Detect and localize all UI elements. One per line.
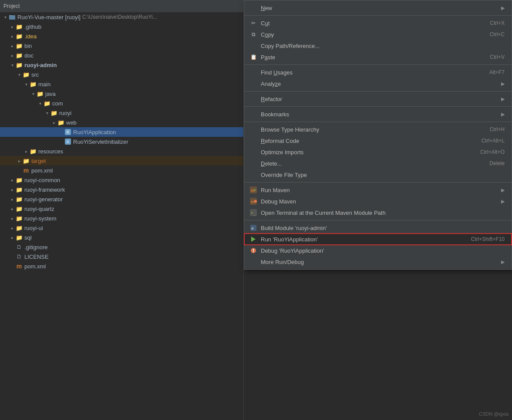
label-gitignore: .gitignore: [24, 244, 47, 251]
tree-item-ruoyi[interactable]: 📁 ruoyi: [0, 108, 243, 118]
tree-item-pom-admin[interactable]: m pom.xml: [0, 166, 243, 175]
menu-label-more-run-debug: More Run/Debug: [261, 259, 498, 265]
menu-label-debug-maven: Debug Maven: [261, 198, 498, 205]
pom-icon-admin: m: [23, 167, 30, 174]
label-license: LICENSE: [24, 254, 49, 260]
menu-item-bookmarks[interactable]: Bookmarks ▶: [244, 108, 512, 120]
menu-item-optimize-imports[interactable]: Optimize Imports Ctrl+Alt+O: [244, 146, 512, 158]
menu-label-find-usages: Find Usages: [261, 69, 481, 76]
chevron-web: [51, 119, 57, 126]
svg-text:m: m: [251, 187, 255, 193]
svg-point-7: [254, 200, 257, 203]
menu-label-run-application: Run 'RuoYiApplication': [261, 236, 462, 243]
tree-item-target[interactable]: 📁 target: [0, 156, 243, 166]
root-path: C:\Users\naive\Desktop\RuoYi...: [82, 14, 157, 20]
menu-label-optimize-imports: Optimize Imports: [261, 149, 472, 156]
svg-text:>_: >_: [251, 210, 256, 216]
tree-item-java[interactable]: 📁 java: [0, 89, 243, 98]
menu-item-reformat[interactable]: Reformat Code Ctrl+Alt+L: [244, 135, 512, 146]
tree-item-bin[interactable]: 📁 bin: [0, 41, 243, 51]
chevron-sql: [9, 234, 16, 241]
menu-item-build-module[interactable]: ⚒ Build Module 'ruoyi-admin': [244, 222, 512, 234]
root-label: RuoYi-Vue-master [ruoyi]: [17, 14, 81, 20]
menu-item-override-type[interactable]: Override File Type: [244, 169, 512, 180]
chevron-main: [23, 81, 30, 88]
tree-item-ruoyi-ui[interactable]: 📁 ruoyi-ui: [0, 223, 243, 233]
chevron-ruoyi-common: [9, 176, 16, 183]
tree-item-web[interactable]: 📁 web: [0, 118, 243, 127]
tree-item-src[interactable]: 📁 src: [0, 70, 243, 79]
chevron-ruoyi-system: [9, 215, 16, 222]
menu-item-find-usages[interactable]: Find Usages Alt+F7: [244, 67, 512, 78]
menu-item-copy[interactable]: ⧉ Copy Ctrl+C: [244, 29, 512, 40]
menu-item-more-run-debug[interactable]: More Run/Debug ▶: [244, 256, 512, 268]
label-ruoyi-servlet: RuoYiServletInitializer: [73, 139, 128, 145]
class-icon-ruoyi-app: C: [64, 129, 71, 135]
tree-item-gitignore[interactable]: 🗋 .gitignore: [0, 242, 243, 252]
tree-item-pom-root[interactable]: m pom.xml: [0, 261, 243, 271]
reformat-icon: [249, 137, 257, 145]
tree-item-ruoyi-generator[interactable]: 📁 ruoyi-generator: [0, 194, 243, 204]
new-icon: [249, 4, 257, 12]
tree-item-idea[interactable]: 📁 .idea: [0, 31, 243, 41]
find-usages-icon: [249, 68, 257, 76]
menu-label-open-terminal: Open Terminal at the Current Maven Modul…: [261, 210, 505, 216]
tree-item-ruoyi-servlet[interactable]: C RuoYiServletInitializer: [0, 137, 243, 146]
separator-2: [244, 64, 512, 65]
menu-item-browse-type[interactable]: Browse Type Hierarchy Ctrl+H: [244, 124, 512, 135]
folder-icon-main: 📁: [30, 81, 37, 88]
chevron-doc: [9, 52, 16, 59]
menu-item-refactor[interactable]: Refactor ▶: [244, 93, 512, 105]
menu-item-copy-path[interactable]: Copy Path/Reference...: [244, 40, 512, 51]
menu-label-browse-type: Browse Type Hierarchy: [261, 126, 481, 133]
menu-item-new[interactable]: New ▶: [244, 2, 512, 14]
chevron-com: [37, 100, 44, 107]
scissors-icon: ✂: [249, 19, 257, 27]
menu-label-cut: Cut: [261, 20, 481, 27]
sidebar-header: Project: [0, 0, 243, 12]
folder-icon-com: 📁: [44, 100, 51, 107]
tree-item-ruoyi-framework[interactable]: 📁 ruoyi-framework: [0, 185, 243, 194]
tree-item-doc[interactable]: 📁 doc: [0, 51, 243, 60]
delete-icon: [249, 159, 257, 167]
tree-item-ruoyi-common[interactable]: 📁 ruoyi-common: [0, 175, 243, 185]
folder-icon-ruoyi-admin: 📁: [16, 61, 23, 68]
debug-maven-icon: m: [249, 197, 257, 205]
menu-item-cut[interactable]: ✂ Cut Ctrl+X: [244, 17, 512, 29]
shortcut-delete: Delete: [489, 160, 505, 166]
separator-1: [244, 15, 512, 16]
menu-item-delete[interactable]: Delete... Delete: [244, 158, 512, 169]
label-idea: .idea: [24, 33, 37, 40]
tree-item-root[interactable]: RuoYi-Vue-master [ruoyi] C:\Users\naive\…: [0, 12, 243, 22]
tree-item-resources[interactable]: 📁 resources: [0, 146, 243, 156]
menu-item-open-terminal[interactable]: >_ Open Terminal at the Current Maven Mo…: [244, 207, 512, 218]
menu-item-debug-application[interactable]: Debug 'RuoYiApplication': [244, 245, 512, 256]
folder-icon-root: [9, 14, 16, 20]
tree-item-ruoyi-admin[interactable]: 📁 ruoyi-admin: [0, 60, 243, 70]
tree-item-ruoyi-quartz[interactable]: 📁 ruoyi-quartz: [0, 204, 243, 213]
menu-item-debug-maven[interactable]: m Debug Maven ▶: [244, 196, 512, 207]
folder-icon-ruoyi-framework: 📁: [16, 186, 23, 193]
menu-item-paste[interactable]: 📋 Paste Ctrl+V: [244, 51, 512, 63]
folder-icon-ruoyi-common: 📁: [16, 176, 23, 183]
tree-item-sql[interactable]: 📁 sql: [0, 233, 243, 242]
menu-item-run-application[interactable]: Run 'RuoYiApplication' Ctrl+Shift+F10: [244, 234, 512, 245]
class-icon-ruoyi-servlet: C: [64, 138, 71, 145]
menu-item-analyze[interactable]: Analyze ▶: [244, 78, 512, 89]
tree-item-license[interactable]: 🗋 LICENSE: [0, 252, 243, 261]
tree-item-ruoyi-application[interactable]: C RuoYiApplication: [0, 127, 243, 137]
menu-label-delete: Delete...: [261, 160, 481, 167]
debug-icon: [249, 247, 257, 254]
folder-icon-src: 📁: [23, 71, 30, 78]
tree-item-ruoyi-system[interactable]: 📁 ruoyi-system: [0, 213, 243, 223]
label-main: main: [38, 81, 51, 88]
tree-item-main[interactable]: 📁 main: [0, 79, 243, 89]
chevron-src: [16, 71, 23, 78]
label-java: java: [45, 91, 56, 97]
menu-item-run-maven[interactable]: m Run Maven ▶: [244, 184, 512, 196]
more-run-debug-arrow-icon: ▶: [501, 259, 505, 265]
tree-item-com[interactable]: 📁 com: [0, 98, 243, 108]
folder-icon-java: 📁: [37, 90, 44, 97]
tree-item-github[interactable]: 📁 .github: [0, 22, 243, 31]
shortcut-browse-type: Ctrl+H: [490, 126, 505, 132]
